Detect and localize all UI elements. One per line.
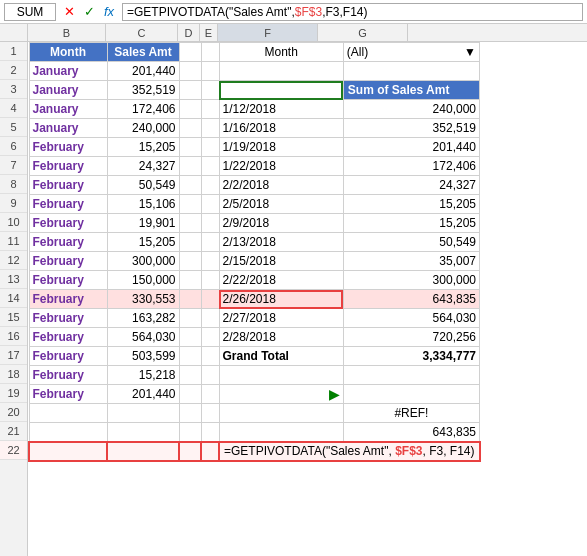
cell-b14[interactable]: February (29, 290, 107, 309)
cell-b11[interactable]: February (29, 233, 107, 252)
cell-f19[interactable]: ▶ (219, 385, 343, 404)
cell-b21[interactable] (29, 423, 107, 442)
cell-g6[interactable]: 201,440 (343, 138, 479, 157)
cell-c1[interactable]: Sales Amt (107, 43, 179, 62)
cell-f15[interactable]: 2/27/2018 (219, 309, 343, 328)
cell-e8[interactable] (201, 176, 219, 195)
cell-c11[interactable]: 15,205 (107, 233, 179, 252)
cell-b7[interactable]: February (29, 157, 107, 176)
cell-d9[interactable] (179, 195, 201, 214)
cell-d7[interactable] (179, 157, 201, 176)
confirm-icon[interactable]: ✓ (80, 3, 98, 21)
cell-f14[interactable]: 2/26/2018 (219, 290, 343, 309)
cell-e12[interactable] (201, 252, 219, 271)
cell-b13[interactable]: February (29, 271, 107, 290)
cell-b15[interactable]: February (29, 309, 107, 328)
cell-g21[interactable]: 643,835 (343, 423, 479, 442)
cell-f10[interactable]: 2/9/2018 (219, 214, 343, 233)
cell-c4[interactable]: 172,406 (107, 100, 179, 119)
cell-c3[interactable]: 352,519 (107, 81, 179, 100)
cell-c7[interactable]: 24,327 (107, 157, 179, 176)
cell-d17[interactable] (179, 347, 201, 366)
cell-e6[interactable] (201, 138, 219, 157)
cell-d14[interactable] (179, 290, 201, 309)
cell-b10[interactable]: February (29, 214, 107, 233)
cell-b20[interactable] (29, 404, 107, 423)
cell-b9[interactable]: February (29, 195, 107, 214)
col-header-b[interactable]: B (28, 24, 106, 41)
cell-b19[interactable]: February (29, 385, 107, 404)
cell-b22[interactable] (29, 442, 107, 461)
formula-input[interactable]: =GETPIVOTDATA("Sales Amt",$F$3,F3,F14) (122, 3, 583, 21)
cell-c5[interactable]: 240,000 (107, 119, 179, 138)
col-header-g[interactable]: G (318, 24, 408, 41)
cell-e14[interactable] (201, 290, 219, 309)
cell-e3[interactable] (201, 81, 219, 100)
cell-e2[interactable] (201, 62, 219, 81)
cell-d15[interactable] (179, 309, 201, 328)
grid-content[interactable]: Month Sales Amt Month (All) ▼ January 20… (28, 42, 587, 556)
cell-e20[interactable] (201, 404, 219, 423)
cell-g9[interactable]: 15,205 (343, 195, 479, 214)
cell-c10[interactable]: 19,901 (107, 214, 179, 233)
cell-g2[interactable] (343, 62, 479, 81)
cell-f9[interactable]: 2/5/2018 (219, 195, 343, 214)
cell-f2[interactable] (219, 62, 343, 81)
cell-d19[interactable] (179, 385, 201, 404)
cell-e17[interactable] (201, 347, 219, 366)
cell-b12[interactable]: February (29, 252, 107, 271)
cell-e4[interactable] (201, 100, 219, 119)
cell-f8[interactable]: 2/2/2018 (219, 176, 343, 195)
cell-b3[interactable]: January (29, 81, 107, 100)
cell-c14[interactable]: 330,553 (107, 290, 179, 309)
cell-g15[interactable]: 564,030 (343, 309, 479, 328)
cell-d16[interactable] (179, 328, 201, 347)
cell-d13[interactable] (179, 271, 201, 290)
cell-b18[interactable]: February (29, 366, 107, 385)
cell-e9[interactable] (201, 195, 219, 214)
col-header-c[interactable]: C (106, 24, 178, 41)
cell-c18[interactable]: 15,218 (107, 366, 179, 385)
cell-d1[interactable] (179, 43, 201, 62)
cell-f18[interactable] (219, 366, 343, 385)
cell-e15[interactable] (201, 309, 219, 328)
cell-g14[interactable]: 643,835 (343, 290, 479, 309)
cell-f20[interactable] (219, 404, 343, 423)
cell-g7[interactable]: 172,406 (343, 157, 479, 176)
cell-d2[interactable] (179, 62, 201, 81)
cell-g12[interactable]: 35,007 (343, 252, 479, 271)
cell-d11[interactable] (179, 233, 201, 252)
cell-e11[interactable] (201, 233, 219, 252)
cell-e5[interactable] (201, 119, 219, 138)
cell-f11[interactable]: 2/13/2018 (219, 233, 343, 252)
cell-f5[interactable]: 1/16/2018 (219, 119, 343, 138)
cell-g13[interactable]: 300,000 (343, 271, 479, 290)
cell-d6[interactable] (179, 138, 201, 157)
cell-e21[interactable] (201, 423, 219, 442)
cell-d18[interactable] (179, 366, 201, 385)
cell-b5[interactable]: January (29, 119, 107, 138)
cell-d3[interactable] (179, 81, 201, 100)
cell-c2[interactable]: 201,440 (107, 62, 179, 81)
cell-f3[interactable]: Date of Sale ▼ (219, 81, 343, 100)
cell-c21[interactable] (107, 423, 179, 442)
cancel-icon[interactable]: ✕ (60, 3, 78, 21)
cell-g16[interactable]: 720,256 (343, 328, 479, 347)
cell-e16[interactable] (201, 328, 219, 347)
cell-g19[interactable] (343, 385, 479, 404)
col-header-f[interactable]: F (218, 24, 318, 41)
cell-b17[interactable]: February (29, 347, 107, 366)
cell-f22-g22[interactable]: =GETPIVOTDATA("Sales Amt", $F$3, F3, F14… (219, 442, 480, 461)
cell-d21[interactable] (179, 423, 201, 442)
cell-g11[interactable]: 50,549 (343, 233, 479, 252)
cell-g3[interactable]: Sum of Sales Amt (343, 81, 479, 100)
cell-b1[interactable]: Month (29, 43, 107, 62)
cell-f12[interactable]: 2/15/2018 (219, 252, 343, 271)
cell-f1[interactable]: Month (219, 43, 343, 62)
cell-f13[interactable]: 2/22/2018 (219, 271, 343, 290)
cell-d10[interactable] (179, 214, 201, 233)
cell-c22[interactable] (107, 442, 179, 461)
cell-g1[interactable]: (All) ▼ (343, 43, 479, 62)
col-header-d[interactable]: D (178, 24, 200, 41)
cell-e19[interactable] (201, 385, 219, 404)
